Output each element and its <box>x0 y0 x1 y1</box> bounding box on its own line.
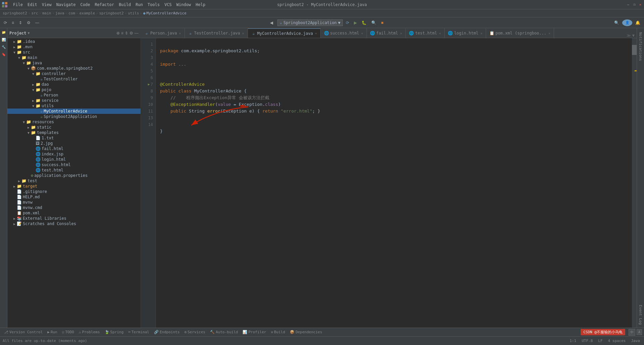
stop-btn[interactable]: ■ <box>379 19 385 26</box>
menu-window[interactable]: Window <box>174 1 193 8</box>
project-icon[interactable]: 📁 <box>1 29 6 35</box>
tab-test[interactable]: 🌐 test.html ✕ <box>406 28 445 38</box>
minimize-panel-btn[interactable]: — <box>34 19 41 26</box>
build-btn[interactable]: ⚒ Build <box>269 329 287 335</box>
bc-com[interactable]: com <box>68 11 75 15</box>
todo-btn[interactable]: ☑ TODO <box>60 329 76 335</box>
tree-item-java[interactable]: ▼ 📁 java <box>7 60 141 66</box>
tree-item-2jpg[interactable]: ▶ 🖼 2.jpg <box>7 141 141 146</box>
tab-person[interactable]: ☕ Person.java ✕ <box>141 28 185 38</box>
encoding-indicator[interactable]: UTF-8 <box>580 338 594 344</box>
tab-success[interactable]: 🌐 success.html ✕ <box>321 28 367 38</box>
bc-main[interactable]: main <box>42 11 51 15</box>
indent-indicator[interactable]: 4 spaces <box>607 338 627 344</box>
line-ending-indicator[interactable]: LF <box>597 338 604 344</box>
tab-login-close[interactable]: ✕ <box>480 31 482 35</box>
tree-item-mvn[interactable]: ▶ 📁 .mvn <box>7 44 141 50</box>
back-btn[interactable]: ◀ <box>268 19 275 26</box>
endpoints-btn[interactable]: 🔗 Endpoints <box>152 329 182 335</box>
tab-recent-btn[interactable]: ▼ <box>632 33 635 38</box>
code-content[interactable]: package com.example.springboot2.utils; i… <box>156 38 637 328</box>
bc-java[interactable]: java <box>55 11 64 15</box>
tree-item-gitignore[interactable]: ▶ 📄 .gitignore <box>7 189 141 194</box>
tree-item-controller[interactable]: ▼ 📁 controller <box>7 71 141 76</box>
bc-springboot2[interactable]: springboot2 <box>3 11 27 15</box>
commit-icon[interactable]: 📊 <box>1 37 6 42</box>
tree-item-templates[interactable]: ▼ 📁 templates <box>7 130 141 135</box>
debug-btn[interactable]: 🐛 <box>360 19 368 26</box>
settings-btn[interactable]: ⚙ <box>25 19 32 26</box>
tab-testcontroller[interactable]: ☕ TestController.java ✕ <box>185 28 248 38</box>
tree-item-idea[interactable]: ▶ 📁 .idea <box>7 39 141 44</box>
tree-item-pomxml[interactable]: ▶ 📋 pom.xml <box>7 210 141 216</box>
tree-item-target[interactable]: ▶ 📁 target <box>7 184 141 189</box>
profiler-btn[interactable]: 📊 Profiler <box>240 329 268 335</box>
tree-item-loginhtml[interactable]: ▶ 🌐 login.html <box>7 157 141 162</box>
tree-item-mvnwcmd[interactable]: ▶ 📄 mvnw.cmd <box>7 205 141 210</box>
tree-item-successhtml[interactable]: ▶ 🌐 success.html <box>7 162 141 167</box>
sidebar-settings-btn[interactable]: ⚙ <box>129 31 133 36</box>
notifications-btn[interactable]: 🔔 <box>634 19 642 26</box>
tab-mycontrolleradvice[interactable]: ☕ MyControllerAdvice.java ✕ <box>248 28 321 38</box>
menu-edit[interactable]: Edit <box>25 1 40 8</box>
tree-item-main[interactable]: ▼ 📁 main <box>7 55 141 60</box>
terminal-btn[interactable]: ⌨ Terminal <box>126 329 151 335</box>
event-log-btn[interactable]: Event Log <box>638 302 643 328</box>
sidebar-collapse-btn[interactable]: ≡ <box>121 31 123 36</box>
bc-file[interactable]: MyControllerAdvice <box>147 11 186 15</box>
tree-item-testcontroller[interactable]: ▶ ☕ TestController <box>7 76 141 82</box>
tab-login[interactable]: 🌐 login.html ✕ <box>445 28 486 38</box>
tree-item-test[interactable]: ▶ 📁 test <box>7 178 141 184</box>
tree-item-failhtml[interactable]: ▶ 🌐 fail.html <box>7 146 141 151</box>
cursor-position[interactable]: 1:1 <box>568 338 578 344</box>
auto-build-btn[interactable]: 🔨 Auto-build <box>208 329 240 335</box>
tab-pom-close[interactable]: ✕ <box>548 31 550 35</box>
menu-build[interactable]: Build <box>116 1 133 8</box>
tree-item-appprops[interactable]: ▶ ⚙ application.properties <box>7 173 141 178</box>
tab-fail[interactable]: 🌐 fail.html ✕ <box>367 28 406 38</box>
problems-btn[interactable]: ⚠ Problems <box>77 329 102 335</box>
close-button[interactable]: ✕ <box>638 2 643 7</box>
tree-item-springboot2application[interactable]: ▶ ☕ Springboot2Application <box>7 114 141 119</box>
tree-item-mycontrolleradvice[interactable]: ▶ ☕ MyControllerAdvice <box>7 109 141 114</box>
sidebar-dropdown[interactable]: ▼ <box>28 31 30 35</box>
tree-item-helpmd[interactable]: ▶ 📄 HELP.md <box>7 194 141 200</box>
maximize-button[interactable]: ❐ <box>632 2 637 7</box>
tree-item-external-libs[interactable]: ▶ 📚 External Libraries <box>7 216 141 221</box>
dependencies-btn[interactable]: 📦 Dependencies <box>288 329 324 335</box>
tab-test-close[interactable]: ✕ <box>439 31 441 35</box>
tab-success-close[interactable]: ✕ <box>361 31 363 35</box>
tree-item-com[interactable]: ▼ 📦 com.example.springboot2 <box>7 66 141 71</box>
menu-vcs[interactable]: VCS <box>162 1 174 8</box>
menu-help[interactable]: Help <box>193 1 208 8</box>
rebuild-btn[interactable]: ⟳ <box>344 19 351 26</box>
tab-pom[interactable]: 📋 pom.xml (springboo... ✕ <box>486 28 554 38</box>
menu-code[interactable]: Code <box>78 1 93 8</box>
expand-all-btn[interactable]: ⇕ <box>17 19 24 26</box>
search-btn[interactable]: 🔍 <box>612 19 621 26</box>
lang-indicator[interactable]: Java <box>630 338 642 344</box>
bookmark-icon[interactable]: 🔖 <box>1 52 6 57</box>
collapse-btn[interactable]: ≡ <box>10 19 16 26</box>
tree-item-scratches[interactable]: ▶ 📝 Scratches and Consoles <box>7 221 141 226</box>
version-control-btn[interactable]: ⎇ Version Control <box>2 329 45 335</box>
tree-item-service[interactable]: ▶ 📁 service <box>7 98 141 103</box>
bc-example[interactable]: example <box>79 11 95 15</box>
tab-fail-close[interactable]: ✕ <box>400 31 402 35</box>
tree-item-src[interactable]: ▼ 📁 src <box>7 50 141 55</box>
bc-utils[interactable]: utils <box>128 11 139 15</box>
tree-item-person[interactable]: ▶ ☕ Person <box>7 92 141 98</box>
tree-item-indexjsp[interactable]: ▶ 🌐 index.jsp <box>7 151 141 157</box>
tab-more-btn[interactable]: ≫ <box>627 33 631 38</box>
tree-item-static[interactable]: ▶ 📁 static <box>7 125 141 130</box>
tab-person-close[interactable]: ✕ <box>179 31 181 35</box>
run-config-dropdown[interactable]: ☕ Springboot2Application ▼ <box>277 19 343 26</box>
services-btn[interactable]: ⚙ Services <box>182 329 208 335</box>
tree-item-1txt[interactable]: ▶ 📄 1.txt <box>7 135 141 141</box>
menu-file[interactable]: File <box>11 1 25 8</box>
tree-item-testhtml[interactable]: ▶ 🌐 test.html <box>7 167 141 173</box>
minimize-button[interactable]: — <box>626 2 631 7</box>
tree-item-pojo[interactable]: ▼ 📁 pojo <box>7 87 141 92</box>
tree-item-mvnw[interactable]: ▶ 📄 mvnw <box>7 200 141 205</box>
bc-springboot2-pkg[interactable]: springboot2 <box>99 11 124 15</box>
